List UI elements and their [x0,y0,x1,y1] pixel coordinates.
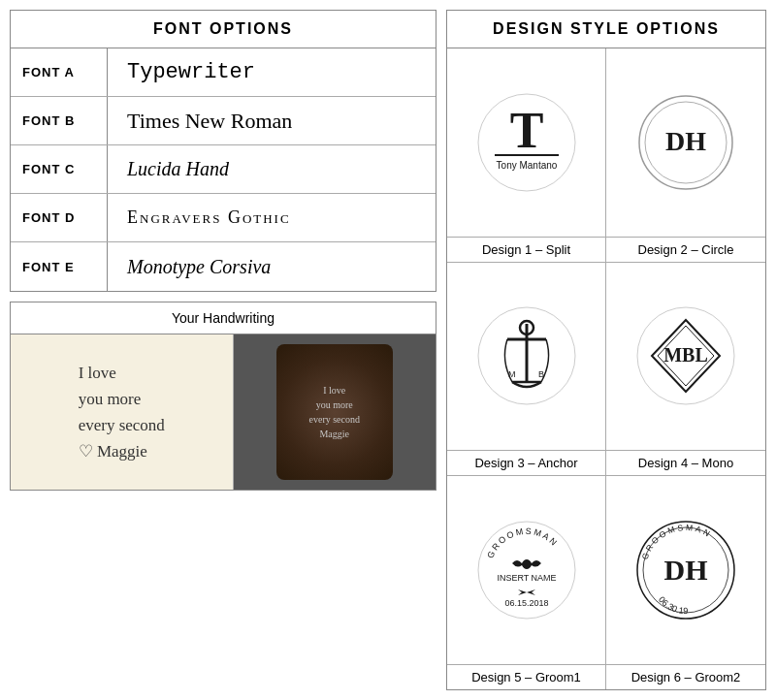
design-label-4: Design 4 – Mono [606,450,765,475]
design-6-svg: GROOMSMAN DH 06.30.19 [632,517,739,623]
design-1-preview: T Tony Mantano [447,48,605,237]
font-label-b: FONT B [11,97,108,144]
handwriting-sample-left: I loveyou moreevery second♡ Maggie [11,334,234,490]
font-row-c: FONT C Lucida Hand [11,145,436,194]
font-label-d: FONT D [11,194,108,241]
font-row-e: FONT E Monotype Corsiva [11,242,436,291]
svg-text:B: B [538,369,544,379]
design-label-6: Design 6 – Groom2 [606,664,765,689]
svg-text:06.15.2018: 06.15.2018 [504,598,548,608]
design-label-5: Design 5 – Groom1 [447,664,605,689]
svg-text:T: T [509,103,543,158]
design-4-preview: MBL [606,263,765,451]
right-panel: DESIGN STYLE OPTIONS T Tony Mantano Desi… [446,10,766,690]
font-row-d: FONT D Engravers Gothic [11,194,436,242]
design-title: DESIGN STYLE OPTIONS [447,11,765,48]
font-label-a: FONT A [11,48,108,96]
design-label-1: Design 1 – Split [447,237,605,262]
svg-text:INSERT NAME: INSERT NAME [497,573,556,583]
design-cell-4: MBL Design 4 – Mono [606,263,765,477]
watch-face-text: I loveyou moreevery secondMaggie [309,383,360,441]
design-2-preview: DH [606,48,765,237]
design-3-preview: M B [447,263,605,451]
handwriting-section: Your Handwriting I loveyou moreevery sec… [10,302,436,491]
design-grid: T Tony Mantano Design 1 – Split DH [447,48,765,689]
handwriting-watch-right: I loveyou moreevery secondMaggie [234,334,436,490]
design-cell-6: GROOMSMAN DH 06.30.19 Design 6 – Groom2 [606,476,765,689]
handwriting-title: Your Handwriting [11,302,436,334]
design-3-svg: M B [473,302,580,409]
svg-text:GROOMSMAN: GROOMSMAN [485,526,560,559]
font-value-e: Monotype Corsiva [108,242,436,291]
design-2-svg: DH [632,89,739,196]
design-cell-3: M B Design 3 – Anchor [447,263,606,477]
design-cell-2: DH Design 2 – Circle [606,48,765,263]
svg-text:DH: DH [665,126,706,156]
font-options-table: FONT OPTIONS FONT A Typewriter FONT B Ti… [10,10,436,292]
design-label-3: Design 3 – Anchor [447,450,605,475]
main-container: FONT OPTIONS FONT A Typewriter FONT B Ti… [0,0,776,700]
design-5-preview: GROOMSMAN INSERT NAME 06.15.2018 [447,476,605,664]
font-value-d: Engravers Gothic [108,194,436,241]
design-5-svg: GROOMSMAN INSERT NAME 06.15.2018 [473,517,580,623]
font-label-c: FONT C [11,145,108,193]
watch-face: I loveyou moreevery secondMaggie [276,344,393,480]
font-value-b: Times New Roman [108,97,436,144]
svg-text:MBL: MBL [663,344,708,366]
font-options-title: FONT OPTIONS [11,11,436,48]
design-label-2: Design 2 – Circle [606,237,765,262]
font-label-e: FONT E [11,242,108,291]
svg-text:Tony Mantano: Tony Mantano [496,160,557,171]
font-row-a: FONT A Typewriter [11,48,436,97]
design-cell-1: T Tony Mantano Design 1 – Split [447,48,606,263]
handwriting-text: I loveyou moreevery second♡ Maggie [79,360,165,465]
font-row-b: FONT B Times New Roman [11,97,436,145]
design-cell-5: GROOMSMAN INSERT NAME 06.15.2018 Design … [447,476,606,689]
svg-text:DH: DH [664,554,708,586]
design-1-svg: T Tony Mantano [473,89,580,196]
design-6-preview: GROOMSMAN DH 06.30.19 [606,476,765,664]
design-4-svg: MBL [632,302,739,409]
left-panel: FONT OPTIONS FONT A Typewriter FONT B Ti… [10,10,436,690]
font-value-a: Typewriter [108,48,436,96]
font-value-c: Lucida Hand [108,145,436,193]
handwriting-images: I loveyou moreevery second♡ Maggie I lov… [11,334,436,490]
svg-text:M: M [508,369,516,379]
